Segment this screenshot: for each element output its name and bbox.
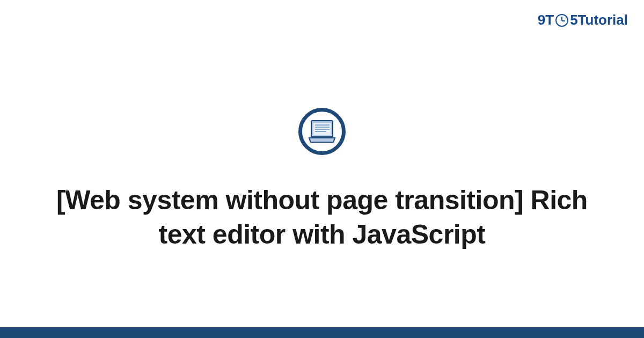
article-icon-circle <box>298 108 346 155</box>
footer-accent-bar <box>0 327 644 338</box>
article-title: [Web system without page transition] Ric… <box>48 183 596 252</box>
laptop-icon <box>308 120 336 143</box>
main-content: [Web system without page transition] Ric… <box>0 0 644 338</box>
